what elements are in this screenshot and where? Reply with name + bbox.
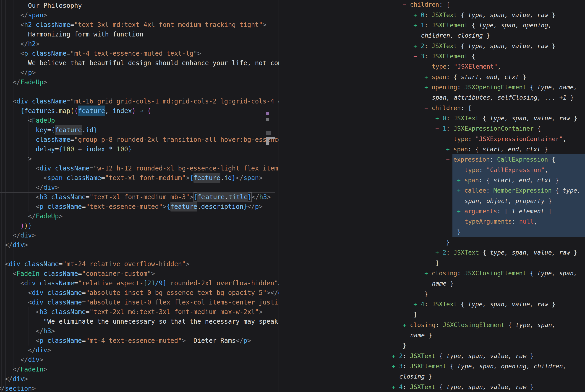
ast-node-row[interactable]: + 2: JSXText { type, span, value, raw }	[413, 41, 555, 51]
expand-node-icon[interactable]: +	[446, 146, 453, 153]
expand-node-icon[interactable]: +	[457, 208, 464, 215]
code-line[interactable]: <FadeIn className="container-custom">	[0, 269, 279, 278]
expand-node-icon[interactable]: +	[424, 84, 432, 91]
expand-node-icon[interactable]: +	[457, 187, 464, 194]
ast-node-row[interactable]: − 3: JSXElement {	[413, 51, 475, 61]
ast-node-row[interactable]: type: "CallExpression",	[465, 165, 548, 175]
collapse-node-icon[interactable]: −	[435, 125, 443, 132]
ast-node-row[interactable]: + callee: MemberExpression { type,	[457, 185, 581, 196]
expand-node-icon[interactable]: +	[413, 42, 421, 50]
code-line[interactable]: <h3 className="text-2xl md:text-3xl font…	[0, 307, 279, 317]
ast-node-row[interactable]: + opening: JSXOpeningElement { type, nam…	[424, 82, 577, 92]
ast-node-row[interactable]: closing }	[399, 371, 432, 382]
ast-node-row[interactable]: ]	[413, 309, 417, 320]
code-line[interactable]: <div className="absolute inset-0 bg-esse…	[0, 288, 279, 298]
code-line[interactable]: <div className="mt-16 grid grid-cols-1 m…	[0, 97, 279, 106]
ast-node-row[interactable]: + 0: JSXText { type, span, value, raw }	[435, 113, 577, 123]
ast-node-row[interactable]: + 4: JSXText { type, span, value, raw }	[413, 299, 555, 309]
ast-node-row[interactable]: + 2: JSXText { type, span, value, raw }	[435, 247, 577, 258]
expand-node-icon[interactable]: +	[403, 321, 410, 328]
ast-node-row[interactable]: + 3: JSXElement { type, span, opening, c…	[392, 361, 566, 371]
ast-node-row[interactable]: type: "JSXExpressionContainer",	[454, 134, 566, 144]
expand-node-icon[interactable]: +	[413, 300, 421, 308]
code-line[interactable]: </FadeUp>	[0, 78, 279, 87]
code-line[interactable]: <div className="w-12 h-12 rounded-xl bg-…	[0, 164, 279, 173]
code-line[interactable]: Our Philosophy	[0, 1, 279, 10]
code-line[interactable]: ))}	[0, 221, 279, 231]
code-line[interactable]: <p className="mt-4 text-essence-muted te…	[0, 49, 279, 58]
code-line[interactable]: {features.map((feature, index) ⇒ (	[0, 106, 279, 116]
ast-node-row[interactable]: typeArguments: null,	[465, 216, 537, 226]
collapse-node-icon[interactable]: −	[424, 104, 432, 112]
code-line[interactable]: <div className="relative aspect-[21/9] r…	[0, 278, 279, 288]
code-line[interactable]: </p>	[0, 68, 279, 78]
code-line[interactable]: </section>	[0, 384, 279, 392]
ast-node-row[interactable]: + span: { start, end, ctxt }	[457, 175, 559, 185]
ast-node-row[interactable]: ]	[435, 258, 439, 268]
code-line[interactable]	[0, 250, 279, 259]
ast-node-row[interactable]: − children: [	[403, 0, 450, 10]
ast-node-row[interactable]: span, attributes, selfClosing, ... +1 }	[432, 92, 574, 102]
code-line[interactable]: </div>	[0, 346, 279, 355]
collapse-node-icon[interactable]: −	[403, 1, 410, 8]
ast-node-row[interactable]: name }	[432, 278, 454, 288]
code-line[interactable]: <h2 className="text-3xl md:text-4xl font…	[0, 20, 279, 30]
expand-node-icon[interactable]: +	[424, 270, 432, 277]
ast-node-row[interactable]: children, closing }	[421, 30, 490, 40]
ast-node-row[interactable]: + closing: JSXClosingElement { type, spa…	[424, 268, 577, 278]
code-line[interactable]: "We eliminate the unnecessary so that th…	[0, 317, 279, 326]
code-line[interactable]: Harmonizing form with function	[0, 30, 279, 39]
code-line[interactable]: <div className="mt-24 relative overflow-…	[0, 259, 279, 269]
expand-node-icon[interactable]: +	[413, 22, 421, 29]
collapse-node-icon[interactable]: −	[413, 53, 421, 60]
ast-node-row[interactable]: }	[403, 340, 406, 350]
ast-node-row[interactable]: + 4: JSXText { type, span, value, raw }	[392, 382, 534, 392]
ast-node-row[interactable]: − children: [	[424, 103, 472, 113]
code-line[interactable]: >	[0, 154, 279, 164]
code-editor-pane[interactable]: Our Philosophy </span> <h2 className="te…	[0, 0, 279, 392]
ast-node-row[interactable]: name }	[410, 330, 432, 340]
ast-node-row[interactable]: + span: { start, end, ctxt }	[424, 72, 526, 82]
ast-node-row[interactable]: span, object, property }	[465, 196, 552, 206]
code-line[interactable]: delay={100 + index * 100}	[0, 144, 279, 154]
ast-node-row[interactable]: }	[446, 237, 450, 247]
ast-node-row[interactable]: + 1: JSXElement { type, span, opening,	[413, 20, 552, 30]
code-line[interactable]: <span className="text-xl font-medium">{f…	[0, 173, 279, 183]
expand-node-icon[interactable]: +	[413, 12, 421, 18]
code-line[interactable]: </h2>	[0, 39, 279, 49]
collapse-node-icon[interactable]: −	[446, 156, 453, 163]
expand-node-icon[interactable]: +	[392, 352, 399, 360]
code-line[interactable]: </h3>	[0, 326, 279, 336]
ast-node-row[interactable]: type: "JSXElement",	[432, 61, 501, 72]
ast-node-row[interactable]: − expression: CallExpression {	[446, 154, 555, 164]
ast-node-row[interactable]: }	[457, 227, 461, 237]
ast-node-row[interactable]: }	[424, 289, 428, 299]
code-line[interactable]: <p className="mt-4 text-essence-muted">—…	[0, 336, 279, 346]
code-line[interactable]: </FadeIn>	[0, 365, 279, 374]
code-line[interactable]: className="group p-8 rounded-2xl transit…	[0, 135, 279, 144]
ast-node-row[interactable]: − 1: JSXExpressionContainer {	[435, 123, 541, 134]
expand-node-icon[interactable]: +	[457, 177, 464, 184]
ast-node-row[interactable]: + 0: JSXText { type, span, value, raw }	[413, 10, 555, 20]
code-line[interactable]: </FadeUp>	[0, 212, 279, 221]
ast-node-row[interactable]: + arguments: [ 1 element ]	[457, 206, 552, 216]
expand-node-icon[interactable]: +	[424, 74, 432, 80]
code-line[interactable]: We believe that beautiful design should …	[0, 58, 279, 68]
expand-node-icon[interactable]: +	[435, 115, 443, 122]
code-line[interactable]: <FadeUp	[0, 116, 279, 125]
expand-node-icon[interactable]: +	[392, 362, 399, 370]
code-line[interactable]: </span>	[0, 10, 279, 20]
code-line[interactable]: <div className="absolute inset-0 flex fl…	[0, 298, 279, 307]
code-line[interactable]: </div>	[0, 355, 279, 365]
code-line[interactable]: <h3 className="text-xl font-medium mb-3"…	[0, 192, 279, 202]
ast-node-row[interactable]: + span: { start, end, ctxt }	[446, 144, 548, 154]
code-line[interactable]: </div>	[0, 374, 279, 384]
expand-node-icon[interactable]: +	[435, 249, 443, 256]
code-line[interactable]: </div>	[0, 240, 279, 250]
ast-node-row[interactable]: + 2: JSXText { type, span, value, raw }	[392, 351, 534, 361]
code-line[interactable]: <p className="text-essence-muted">{featu…	[0, 202, 279, 212]
code-line[interactable]: </div>	[0, 231, 279, 240]
expand-node-icon[interactable]: +	[392, 383, 399, 390]
code-line[interactable]	[0, 87, 279, 97]
ast-node-row[interactable]: + closing: JSXClosingElement { type, spa…	[403, 320, 555, 330]
